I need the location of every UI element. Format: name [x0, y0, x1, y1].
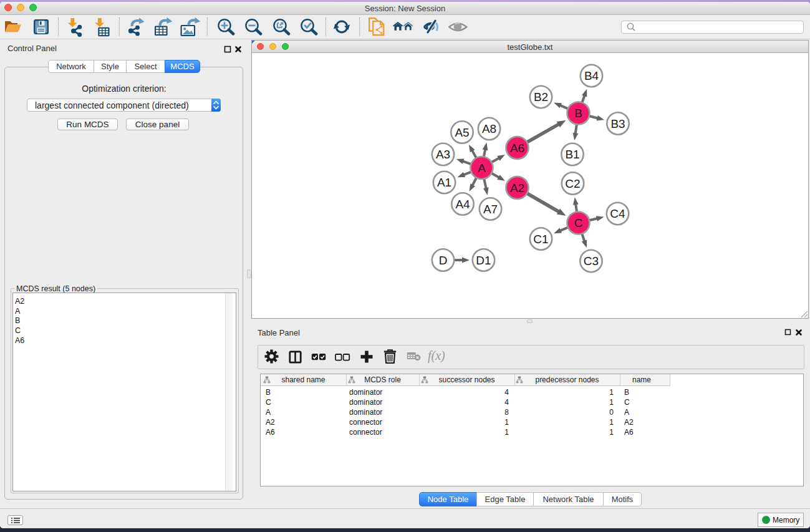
- svg-text:B2: B2: [534, 90, 548, 104]
- svg-text:B1: B1: [565, 148, 579, 161]
- svg-text:A6: A6: [510, 142, 524, 155]
- svg-text:D1: D1: [476, 254, 491, 267]
- svg-text:C3: C3: [584, 254, 599, 268]
- svg-text:A: A: [478, 162, 486, 175]
- svg-text:A7: A7: [483, 203, 498, 216]
- svg-text:D: D: [439, 254, 448, 267]
- svg-text:C2: C2: [565, 177, 580, 190]
- svg-text:A8: A8: [482, 122, 496, 135]
- svg-text:B: B: [574, 107, 582, 120]
- svg-text:C1: C1: [533, 233, 548, 246]
- svg-text:A3: A3: [436, 148, 450, 161]
- svg-text:A5: A5: [455, 126, 469, 139]
- svg-text:C: C: [574, 216, 583, 230]
- svg-text:C4: C4: [610, 207, 625, 220]
- svg-text:B4: B4: [584, 69, 599, 82]
- svg-text:B3: B3: [610, 117, 625, 130]
- svg-text:A2: A2: [510, 181, 524, 195]
- svg-text:A4: A4: [455, 198, 470, 211]
- svg-text:A1: A1: [437, 176, 451, 189]
